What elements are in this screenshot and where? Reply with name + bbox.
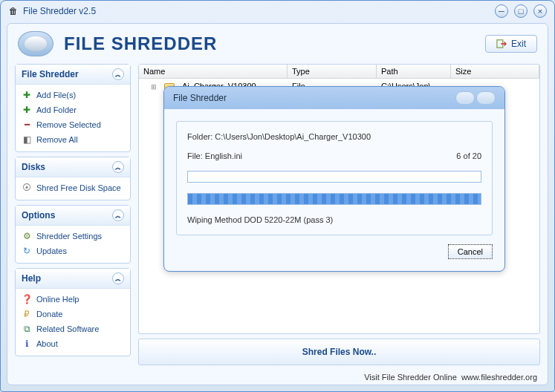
updates-icon: ↻ [22,246,32,256]
sidebar-item-label: Remove Selected [36,120,101,129]
disk-icon: ⦿ [22,183,32,193]
panel-header[interactable]: File Shredder︽ [16,65,130,85]
cancel-button[interactable]: Cancel [448,244,493,259]
collapse-icon[interactable]: ︽ [112,272,124,284]
sidebar-item[interactable]: ━Remove Selected [19,117,127,132]
panel-header[interactable]: Help︽ [16,269,130,289]
collapse-icon[interactable]: ︽ [112,68,124,80]
sidebar: File Shredder︽✚Add File(s)✚Add Folder━Re… [15,64,131,365]
sidebar-panel: Help︽❓Online Help₽Donate⧉Related Softwar… [15,268,131,356]
sidebar-item-label: Shred Free Disk Space [36,183,121,192]
sidebar-item-label: Online Help [36,295,79,304]
titlebar: 🗑 File Shredder v2.5 ─ □ × [1,1,554,22]
window-controls: ─ □ × [495,4,547,18]
collapse-icon[interactable]: ︽ [112,209,124,221]
total-progressbar [187,193,481,205]
panel-items: ✚Add File(s)✚Add Folder━Remove Selected◧… [16,85,130,151]
minimize-button[interactable]: ─ [495,4,508,18]
collapse-icon[interactable]: ︽ [112,161,124,173]
file-progressbar [187,171,481,183]
footer-link[interactable]: www.fileshredder.org [461,373,537,382]
brand-title: FILE SHREDDER [64,33,217,54]
donate-icon: ₽ [22,309,32,319]
sidebar-panel: Options︽⚙Shredder Settings↻Updates [15,205,131,264]
sidebar-item[interactable]: ◧Remove All [19,132,127,147]
col-name[interactable]: Name [139,65,288,78]
eraser-icon: ◧ [22,134,32,145]
about-icon: ℹ [22,339,32,349]
progress-dialog: File Shredder Folder: C:\Users\Jon\Deskt… [163,86,505,272]
file-count: 6 of 20 [456,151,481,160]
panel-title: Help [22,273,41,284]
expand-icon[interactable]: ⊞ [146,82,161,92]
method-label: Wiping Method DOD 5220-22M (pass 3) [187,215,481,224]
panel-items: ⦿Shred Free Disk Space [16,177,130,200]
folder-line: Folder: C:\Users\Jon\Desktop\Ai_Charger_… [187,132,481,141]
sidebar-item-label: Shredder Settings [36,232,102,241]
sidebar-panel: File Shredder︽✚Add File(s)✚Add Folder━Re… [15,64,131,152]
dialog-box: Folder: C:\Users\Jon\Desktop\Ai_Charger_… [176,121,493,235]
sidebar-item-label: Add File(s) [36,91,76,99]
dialog-title: File Shredder [173,93,227,103]
minus-icon: ━ [22,120,32,130]
content-panel: FILE SHREDDER Exit File Shredder︽✚Add Fi… [7,23,548,385]
footer: Visit File Shredder Online www.fileshred… [7,370,548,385]
sidebar-item[interactable]: ⧉Related Software [19,321,127,336]
shred-now-button[interactable]: Shred Files Now.. [138,339,540,365]
col-size[interactable]: Size [451,65,539,78]
col-type[interactable]: Type [288,65,377,78]
panel-items: ⚙Shredder Settings↻Updates [16,226,130,263]
plus-icon: ✚ [22,105,32,115]
sidebar-item[interactable]: ℹAbout [19,336,127,351]
panel-title: Disks [22,162,45,172]
sidebar-item-label: Add Folder [36,105,77,114]
dialog-decor [455,91,496,105]
exit-label: Exit [511,39,526,49]
panel-items: ❓Online Help₽Donate⧉Related SoftwareℹAbo… [16,289,130,356]
sidebar-item[interactable]: ⚙Shredder Settings [19,229,127,244]
maximize-button[interactable]: □ [514,4,528,18]
exit-button[interactable]: Exit [485,35,537,53]
body: File Shredder︽✚Add File(s)✚Add Folder━Re… [7,64,548,370]
sidebar-item-label: Remove All [36,135,78,144]
sidebar-item-label: About [36,339,58,348]
sidebar-item[interactable]: ✚Add File(s) [19,88,127,102]
close-button[interactable]: × [533,4,547,18]
sidebar-item[interactable]: ✚Add Folder [19,102,127,117]
file-line: File: English.ini 6 of 20 [187,151,481,160]
panel-header[interactable]: Disks︽ [16,157,130,177]
related-icon: ⧉ [22,324,32,334]
main-window: 🗑 File Shredder v2.5 ─ □ × FILE SHREDDER… [0,0,555,392]
list-header: Name Type Path Size [139,65,539,79]
sidebar-item-label: Related Software [36,324,99,333]
panel-title: Options [22,210,55,220]
panel-title: File Shredder [22,69,79,79]
app-icon: 🗑 [8,6,19,16]
col-path[interactable]: Path [377,65,451,78]
footer-text: Visit File Shredder Online [364,373,457,382]
sidebar-item[interactable]: ₽Donate [19,307,127,321]
dialog-body: Folder: C:\Users\Jon\Desktop\Ai_Charger_… [164,109,504,271]
panel-header[interactable]: Options︽ [16,206,130,226]
dialog-titlebar: File Shredder [164,87,504,109]
logo-icon [18,31,53,56]
sidebar-panel: Disks︽⦿Shred Free Disk Space [15,157,131,200]
sidebar-item[interactable]: ❓Online Help [19,292,127,307]
window-title: File Shredder v2.5 [23,6,495,16]
sidebar-item-label: Updates [36,246,67,255]
exit-icon [496,39,507,49]
sidebar-item[interactable]: ⦿Shred Free Disk Space [19,180,127,195]
plus-icon: ✚ [22,90,32,100]
gear-icon: ⚙ [22,231,32,241]
app-header: FILE SHREDDER Exit [7,24,548,64]
sidebar-item-label: Donate [36,310,62,318]
help-icon: ❓ [22,294,32,304]
sidebar-item[interactable]: ↻Updates [19,244,127,258]
